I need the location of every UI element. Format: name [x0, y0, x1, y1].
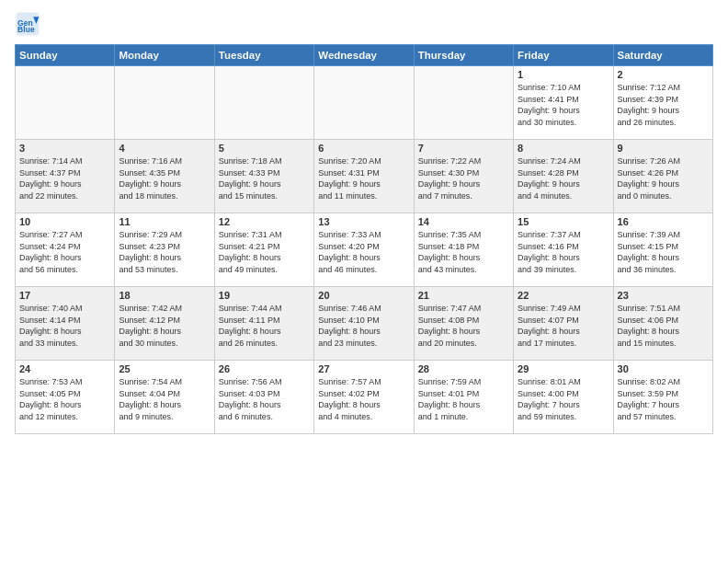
day-number: 5	[219, 143, 310, 154]
day-info: Sunrise: 7:35 AM Sunset: 4:18 PM Dayligh…	[418, 229, 509, 275]
calendar-cell: 24Sunrise: 7:53 AM Sunset: 4:05 PM Dayli…	[16, 361, 115, 434]
calendar-body: 1Sunrise: 7:10 AM Sunset: 4:41 PM Daylig…	[16, 66, 713, 434]
calendar-cell: 18Sunrise: 7:42 AM Sunset: 4:12 PM Dayli…	[115, 287, 214, 361]
weekday-header-monday: Monday	[115, 45, 214, 66]
day-number: 14	[418, 216, 509, 227]
calendar-week-3: 10Sunrise: 7:27 AM Sunset: 4:24 PM Dayli…	[16, 213, 713, 287]
day-number: 26	[219, 363, 310, 374]
day-info: Sunrise: 7:54 AM Sunset: 4:04 PM Dayligh…	[119, 376, 210, 422]
weekday-header-thursday: Thursday	[414, 45, 513, 66]
calendar-cell: 17Sunrise: 7:40 AM Sunset: 4:14 PM Dayli…	[16, 287, 115, 361]
day-number: 10	[19, 216, 110, 227]
day-info: Sunrise: 7:40 AM Sunset: 4:14 PM Dayligh…	[19, 303, 110, 349]
calendar-cell: 1Sunrise: 7:10 AM Sunset: 4:41 PM Daylig…	[514, 66, 613, 140]
calendar-cell: 28Sunrise: 7:59 AM Sunset: 4:01 PM Dayli…	[414, 361, 513, 434]
day-number: 29	[518, 363, 609, 374]
day-info: Sunrise: 7:20 AM Sunset: 4:31 PM Dayligh…	[318, 155, 409, 201]
day-number: 21	[418, 290, 509, 301]
day-info: Sunrise: 8:02 AM Sunset: 3:59 PM Dayligh…	[618, 376, 709, 422]
calendar-cell	[16, 66, 115, 140]
day-number: 13	[318, 216, 409, 227]
calendar-cell	[414, 66, 513, 140]
calendar-cell: 21Sunrise: 7:47 AM Sunset: 4:08 PM Dayli…	[414, 287, 513, 361]
calendar-cell: 30Sunrise: 8:02 AM Sunset: 3:59 PM Dayli…	[613, 361, 712, 434]
day-number: 12	[219, 216, 310, 227]
calendar-cell: 29Sunrise: 8:01 AM Sunset: 4:00 PM Dayli…	[514, 361, 613, 434]
day-info: Sunrise: 7:39 AM Sunset: 4:15 PM Dayligh…	[618, 229, 709, 275]
day-info: Sunrise: 7:22 AM Sunset: 4:30 PM Dayligh…	[418, 155, 509, 201]
calendar-cell: 20Sunrise: 7:46 AM Sunset: 4:10 PM Dayli…	[314, 287, 414, 361]
day-info: Sunrise: 7:57 AM Sunset: 4:02 PM Dayligh…	[318, 376, 409, 422]
day-info: Sunrise: 7:27 AM Sunset: 4:24 PM Dayligh…	[19, 229, 110, 275]
day-info: Sunrise: 7:16 AM Sunset: 4:35 PM Dayligh…	[119, 155, 210, 201]
day-number: 18	[119, 290, 210, 301]
calendar-week-4: 17Sunrise: 7:40 AM Sunset: 4:14 PM Dayli…	[16, 287, 713, 361]
day-number: 24	[19, 363, 110, 374]
svg-text:Blue: Blue	[17, 25, 35, 34]
day-info: Sunrise: 7:24 AM Sunset: 4:28 PM Dayligh…	[518, 155, 609, 201]
calendar-cell: 11Sunrise: 7:29 AM Sunset: 4:23 PM Dayli…	[115, 213, 214, 287]
logo-icon: Gen Blue	[15, 11, 40, 37]
calendar-cell: 23Sunrise: 7:51 AM Sunset: 4:06 PM Dayli…	[613, 287, 712, 361]
day-number: 1	[518, 69, 609, 80]
calendar-week-2: 3Sunrise: 7:14 AM Sunset: 4:37 PM Daylig…	[16, 140, 713, 213]
calendar-cell: 9Sunrise: 7:26 AM Sunset: 4:26 PM Daylig…	[613, 140, 712, 213]
day-info: Sunrise: 7:31 AM Sunset: 4:21 PM Dayligh…	[219, 229, 310, 275]
weekday-header-saturday: Saturday	[613, 45, 712, 66]
day-info: Sunrise: 7:14 AM Sunset: 4:37 PM Dayligh…	[19, 155, 110, 201]
day-info: Sunrise: 7:18 AM Sunset: 4:33 PM Dayligh…	[219, 155, 310, 201]
calendar-cell: 2Sunrise: 7:12 AM Sunset: 4:39 PM Daylig…	[613, 66, 712, 140]
calendar-cell: 16Sunrise: 7:39 AM Sunset: 4:15 PM Dayli…	[613, 213, 712, 287]
day-info: Sunrise: 7:46 AM Sunset: 4:10 PM Dayligh…	[318, 303, 409, 349]
day-number: 17	[19, 290, 110, 301]
calendar-cell	[115, 66, 214, 140]
calendar-cell: 3Sunrise: 7:14 AM Sunset: 4:37 PM Daylig…	[16, 140, 115, 213]
day-number: 15	[518, 216, 609, 227]
calendar-week-1: 1Sunrise: 7:10 AM Sunset: 4:41 PM Daylig…	[16, 66, 713, 140]
calendar-cell: 27Sunrise: 7:57 AM Sunset: 4:02 PM Dayli…	[314, 361, 414, 434]
day-info: Sunrise: 7:59 AM Sunset: 4:01 PM Dayligh…	[418, 376, 509, 422]
calendar-cell	[214, 66, 313, 140]
day-info: Sunrise: 8:01 AM Sunset: 4:00 PM Dayligh…	[518, 376, 609, 422]
weekday-header-sunday: Sunday	[16, 45, 115, 66]
day-info: Sunrise: 7:12 AM Sunset: 4:39 PM Dayligh…	[618, 82, 709, 128]
day-info: Sunrise: 7:10 AM Sunset: 4:41 PM Dayligh…	[518, 82, 609, 128]
calendar-cell: 5Sunrise: 7:18 AM Sunset: 4:33 PM Daylig…	[214, 140, 313, 213]
weekday-header-tuesday: Tuesday	[214, 45, 313, 66]
weekday-header-wednesday: Wednesday	[314, 45, 414, 66]
calendar-table: SundayMondayTuesdayWednesdayThursdayFrid…	[15, 44, 713, 434]
day-info: Sunrise: 7:53 AM Sunset: 4:05 PM Dayligh…	[19, 376, 110, 422]
day-number: 8	[518, 143, 609, 154]
day-info: Sunrise: 7:42 AM Sunset: 4:12 PM Dayligh…	[119, 303, 210, 349]
calendar-cell: 12Sunrise: 7:31 AM Sunset: 4:21 PM Dayli…	[214, 213, 313, 287]
day-number: 4	[119, 143, 210, 154]
day-number: 11	[119, 216, 210, 227]
calendar-header-row: SundayMondayTuesdayWednesdayThursdayFrid…	[16, 45, 713, 66]
day-number: 7	[418, 143, 509, 154]
weekday-header-friday: Friday	[514, 45, 613, 66]
day-number: 27	[318, 363, 409, 374]
day-info: Sunrise: 7:56 AM Sunset: 4:03 PM Dayligh…	[219, 376, 310, 422]
day-number: 28	[418, 363, 509, 374]
calendar-cell: 13Sunrise: 7:33 AM Sunset: 4:20 PM Dayli…	[314, 213, 414, 287]
day-info: Sunrise: 7:49 AM Sunset: 4:07 PM Dayligh…	[518, 303, 609, 349]
calendar-cell: 25Sunrise: 7:54 AM Sunset: 4:04 PM Dayli…	[115, 361, 214, 434]
day-number: 16	[618, 216, 709, 227]
day-number: 2	[618, 69, 709, 80]
calendar-cell: 10Sunrise: 7:27 AM Sunset: 4:24 PM Dayli…	[16, 213, 115, 287]
day-info: Sunrise: 7:47 AM Sunset: 4:08 PM Dayligh…	[418, 303, 509, 349]
day-number: 9	[618, 143, 709, 154]
day-info: Sunrise: 7:37 AM Sunset: 4:16 PM Dayligh…	[518, 229, 609, 275]
calendar-cell: 19Sunrise: 7:44 AM Sunset: 4:11 PM Dayli…	[214, 287, 313, 361]
day-info: Sunrise: 7:26 AM Sunset: 4:26 PM Dayligh…	[618, 155, 709, 201]
day-info: Sunrise: 7:29 AM Sunset: 4:23 PM Dayligh…	[119, 229, 210, 275]
calendar-cell: 8Sunrise: 7:24 AM Sunset: 4:28 PM Daylig…	[514, 140, 613, 213]
header: Gen Blue	[15, 11, 713, 37]
calendar-cell: 4Sunrise: 7:16 AM Sunset: 4:35 PM Daylig…	[115, 140, 214, 213]
logo: Gen Blue	[15, 11, 44, 37]
day-number: 19	[219, 290, 310, 301]
day-number: 30	[618, 363, 709, 374]
calendar-cell: 7Sunrise: 7:22 AM Sunset: 4:30 PM Daylig…	[414, 140, 513, 213]
page: Gen Blue SundayMondayTuesdayWednesdayThu…	[0, 0, 728, 563]
calendar-cell: 26Sunrise: 7:56 AM Sunset: 4:03 PM Dayli…	[214, 361, 313, 434]
